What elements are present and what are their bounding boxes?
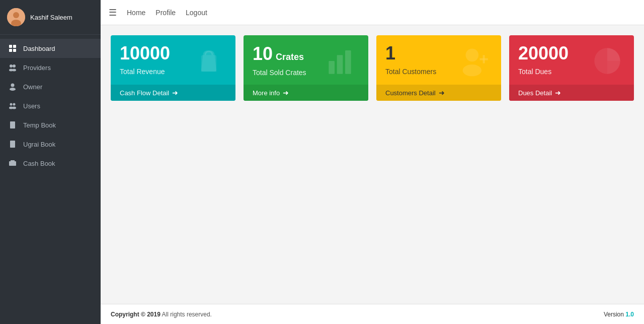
person-plus-icon xyxy=(457,43,492,79)
sidebar-item-label-users: Users xyxy=(23,102,40,110)
sidebar-item-label-owner: Owner xyxy=(23,83,42,91)
card-footer-arrow-customers: ➜ xyxy=(439,89,445,97)
topnav-link-logout[interactable]: Logout xyxy=(186,9,207,17)
sidebar-item-dashboard[interactable]: Dashboard xyxy=(0,39,101,58)
card-footer-revenue[interactable]: Cash Flow Detail➜ xyxy=(111,85,235,101)
sidebar-item-providers[interactable]: Providers xyxy=(0,58,101,77)
topnav: ☰ HomeProfileLogout xyxy=(101,0,644,25)
sidebar-item-ugrai-book[interactable]: Ugrai Book xyxy=(0,135,101,154)
content-area: 10000Total Revenue Cash Flow Detail➜10Cr… xyxy=(101,25,644,304)
sidebar-username: Kashif Saleem xyxy=(30,14,72,21)
svg-rect-5 xyxy=(9,49,12,52)
topnav-link-home[interactable]: Home xyxy=(127,9,145,17)
svg-rect-6 xyxy=(13,49,16,52)
svg-rect-3 xyxy=(9,45,12,48)
svg-rect-30 xyxy=(337,55,343,74)
bag-icon xyxy=(191,43,226,79)
card-number-crates: 10Crates xyxy=(253,43,306,64)
footer-copyright: Copyright © 2019 All rights reserved. xyxy=(111,311,212,318)
footer-version-label: Version xyxy=(604,311,624,318)
page-footer: Copyright © 2019 All rights reserved. Ve… xyxy=(101,304,644,324)
card-label-customers: Total Customers xyxy=(385,68,436,76)
stat-card-customers: 1Total Customers Customers Detail➜ xyxy=(376,35,501,101)
card-info-crates: 10CratesTotal Sold Crates xyxy=(253,43,306,77)
owner-icon xyxy=(8,82,17,91)
providers-icon xyxy=(8,63,17,72)
svg-rect-18 xyxy=(11,123,14,123)
svg-rect-22 xyxy=(11,142,14,143)
cashbook-icon xyxy=(8,159,17,168)
card-number-value-crates: 10 xyxy=(253,43,273,64)
svg-point-1 xyxy=(13,12,19,18)
main-content: ☰ HomeProfileLogout 10000Total Revenue C… xyxy=(101,0,644,324)
card-footer-arrow-revenue: ➜ xyxy=(172,89,178,97)
svg-rect-26 xyxy=(11,160,15,161)
svg-rect-19 xyxy=(11,124,14,125)
card-info-revenue: 10000Total Revenue xyxy=(120,43,170,76)
svg-point-27 xyxy=(12,163,14,165)
card-footer-crates[interactable]: More info➜ xyxy=(244,85,368,101)
svg-rect-4 xyxy=(13,45,16,48)
card-footer-text-revenue: Cash Flow Detail xyxy=(120,89,169,97)
card-body-crates: 10CratesTotal Sold Crates xyxy=(244,35,368,85)
card-unit-crates: Crates xyxy=(276,52,304,62)
card-footer-dues[interactable]: Dues Detail➜ xyxy=(509,85,634,101)
sidebar-nav: DashboardProvidersOwnerUsersTemp BookUgr… xyxy=(0,35,101,324)
card-label-crates: Total Sold Crates xyxy=(253,69,306,77)
svg-point-11 xyxy=(11,84,15,87)
footer-version: Version 1.0 xyxy=(604,311,634,318)
sidebar-item-label-providers: Providers xyxy=(23,64,51,72)
sidebar-item-cash-book[interactable]: Cash Book xyxy=(0,154,101,173)
sidebar-item-temp-book[interactable]: Temp Book xyxy=(0,115,101,135)
pie-icon xyxy=(590,43,625,79)
card-footer-text-customers: Customers Detail xyxy=(385,89,436,97)
card-body-revenue: 10000Total Revenue xyxy=(111,35,235,85)
card-label-revenue: Total Revenue xyxy=(120,68,170,76)
card-info-customers: 1Total Customers xyxy=(385,43,436,76)
svg-rect-23 xyxy=(11,144,14,144)
sidebar-item-owner[interactable]: Owner xyxy=(0,77,101,96)
svg-point-32 xyxy=(466,49,479,62)
footer-version-number: 1.0 xyxy=(625,311,634,318)
ugraibook-icon xyxy=(8,140,17,149)
svg-point-10 xyxy=(12,69,16,72)
svg-rect-29 xyxy=(329,61,335,74)
topnav-link-profile[interactable]: Profile xyxy=(155,9,176,17)
svg-rect-20 xyxy=(11,126,13,126)
sidebar: Kashif Saleem DashboardProvidersOwnerUse… xyxy=(0,0,101,324)
svg-point-14 xyxy=(13,103,16,106)
tempbook-icon xyxy=(8,120,17,129)
card-footer-arrow-dues: ➜ xyxy=(555,89,561,97)
stat-card-crates: 10CratesTotal Sold Crates More info➜ xyxy=(244,35,368,101)
stat-card-dues: 20000Total Dues Dues Detail➜ xyxy=(509,35,634,101)
card-footer-text-dues: Dues Detail xyxy=(518,89,552,97)
dashboard-icon xyxy=(8,44,17,53)
card-number-revenue: 10000 xyxy=(120,43,170,63)
chart-icon xyxy=(324,43,359,79)
svg-point-13 xyxy=(10,103,13,106)
hamburger-button[interactable]: ☰ xyxy=(109,7,117,18)
svg-point-33 xyxy=(463,64,481,76)
sidebar-item-label-dashboard: Dashboard xyxy=(23,45,55,52)
card-label-dues: Total Dues xyxy=(518,68,569,76)
svg-rect-31 xyxy=(345,50,351,74)
footer-rights-text: All rights reserved. xyxy=(162,311,212,318)
card-number-customers: 1 xyxy=(385,43,436,63)
svg-point-7 xyxy=(10,64,13,68)
svg-point-12 xyxy=(10,88,16,91)
sidebar-item-label-temp-book: Temp Book xyxy=(23,121,56,129)
card-footer-customers[interactable]: Customers Detail➜ xyxy=(376,85,501,101)
sidebar-user: Kashif Saleem xyxy=(0,0,101,35)
svg-point-16 xyxy=(12,107,16,109)
footer-copyright-text: Copyright © 2019 xyxy=(111,311,160,318)
sidebar-item-label-ugrai-book: Ugrai Book xyxy=(23,141,55,148)
svg-point-8 xyxy=(13,64,16,68)
card-footer-arrow-crates: ➜ xyxy=(283,89,289,97)
sidebar-item-users[interactable]: Users xyxy=(0,96,101,115)
sidebar-item-label-cash-book: Cash Book xyxy=(23,160,55,167)
stat-card-revenue: 10000Total Revenue Cash Flow Detail➜ xyxy=(111,35,235,101)
users-icon xyxy=(8,101,17,110)
cards-row: 10000Total Revenue Cash Flow Detail➜10Cr… xyxy=(111,35,634,101)
avatar xyxy=(7,8,25,26)
card-body-customers: 1Total Customers xyxy=(376,35,501,85)
